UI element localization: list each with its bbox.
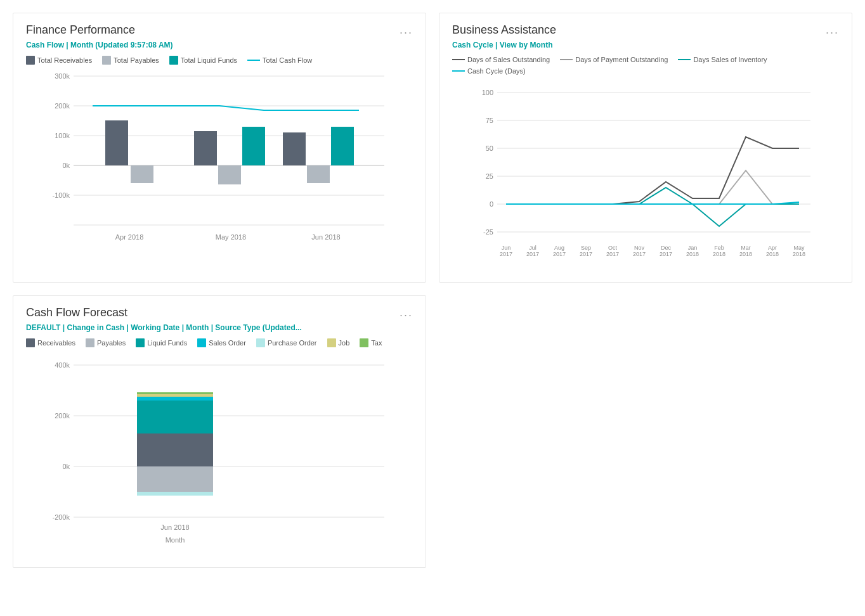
legend-cc: Cash Cycle (Days) bbox=[452, 67, 526, 75]
svg-text:Jun 2018: Jun 2018 bbox=[311, 233, 340, 241]
business-panel-title: Business Assistance bbox=[452, 23, 556, 37]
legend-label-dsi: Days Sales of Inventory bbox=[693, 56, 767, 63]
legend-box-f-liq bbox=[136, 338, 145, 347]
finance-panel-menu[interactable]: ... bbox=[400, 23, 413, 37]
business-panel-header: Business Assistance ... bbox=[452, 23, 839, 37]
business-chart-svg: 100 75 50 25 0 -25 Jun 2017 Jul 2017 Aug… bbox=[452, 80, 839, 270]
legend-line-cc bbox=[452, 70, 465, 72]
legend-dsi: Days Sales of Inventory bbox=[678, 56, 767, 63]
stack-receivables bbox=[137, 433, 213, 466]
legend-label-f-liq: Liquid Funds bbox=[147, 339, 187, 347]
svg-text:50: 50 bbox=[486, 144, 493, 152]
forecast-panel-header: Cash Flow Forecast ... bbox=[26, 306, 413, 319]
legend-label-f-tax: Tax bbox=[371, 339, 382, 347]
legend-label-receivables: Total Receivables bbox=[37, 56, 92, 64]
svg-text:2018: 2018 bbox=[793, 251, 805, 257]
legend-label-cc: Cash Cycle (Days) bbox=[467, 67, 526, 75]
finance-legend: Total Receivables Total Payables Total L… bbox=[26, 56, 413, 65]
legend-box-f-tax bbox=[360, 338, 368, 347]
forecast-panel-menu[interactable]: ... bbox=[400, 306, 413, 319]
cashflow-line bbox=[93, 106, 359, 110]
svg-text:Oct: Oct bbox=[608, 245, 618, 251]
legend-box-f-pay bbox=[86, 338, 94, 347]
forecast-panel: Cash Flow Forecast ... DEFAULT | Change … bbox=[13, 295, 426, 568]
legend-line-dsi bbox=[678, 59, 691, 60]
forecast-legend: Receivables Payables Liquid Funds Sales … bbox=[26, 338, 413, 347]
svg-text:2017: 2017 bbox=[580, 251, 592, 257]
svg-text:100: 100 bbox=[482, 89, 493, 96]
legend-label-f-pay: Payables bbox=[97, 339, 126, 347]
svg-text:Jan: Jan bbox=[688, 245, 698, 251]
finance-panel: Finance Performance ... Cash Flow | Mont… bbox=[13, 13, 426, 283]
legend-liquid: Total Liquid Funds bbox=[169, 56, 237, 65]
svg-text:300k: 300k bbox=[55, 72, 70, 80]
stack-tax bbox=[137, 392, 213, 394]
stack-job bbox=[137, 394, 213, 397]
legend-box-receivables bbox=[26, 56, 35, 65]
svg-text:Apr: Apr bbox=[768, 245, 777, 251]
svg-text:Dec: Dec bbox=[661, 245, 672, 251]
legend-label-dso: Days of Sales Outstanding bbox=[467, 56, 550, 63]
legend-payables: Total Payables bbox=[102, 56, 159, 65]
svg-text:Mar: Mar bbox=[741, 245, 751, 251]
legend-box-f-job bbox=[327, 338, 336, 347]
legend-label-f-recv: Receivables bbox=[37, 339, 75, 347]
svg-text:2018: 2018 bbox=[739, 251, 752, 257]
legend-f-po: Purchase Order bbox=[256, 338, 317, 347]
stack-liquid bbox=[137, 401, 213, 433]
legend-line-dpo bbox=[560, 59, 573, 60]
legend-label-cashflow: Total Cash Flow bbox=[263, 56, 312, 64]
svg-text:Nov: Nov bbox=[634, 245, 645, 251]
legend-line-cashflow bbox=[247, 60, 260, 61]
svg-text:2018: 2018 bbox=[766, 251, 779, 257]
legend-f-tax: Tax bbox=[360, 338, 382, 347]
business-panel: Business Assistance ... Cash Cycle | Vie… bbox=[439, 13, 852, 283]
dso-line bbox=[506, 137, 799, 204]
legend-label-dpo: Days of Payment Outstanding bbox=[575, 56, 668, 63]
forecast-panel-title: Cash Flow Forecast bbox=[26, 306, 127, 319]
svg-text:Aug: Aug bbox=[554, 245, 564, 251]
legend-box-f-so bbox=[197, 338, 206, 347]
legend-label-f-po: Purchase Order bbox=[268, 339, 317, 347]
finance-chart-svg: 300k 200k 100k 0k -100k bbox=[26, 70, 413, 253]
bar-jun-pay bbox=[307, 165, 330, 183]
svg-text:2017: 2017 bbox=[553, 251, 566, 257]
svg-text:400k: 400k bbox=[55, 361, 70, 369]
svg-text:Apr 2018: Apr 2018 bbox=[115, 233, 144, 241]
bar-may-pay bbox=[218, 165, 241, 184]
legend-f-pay: Payables bbox=[86, 338, 126, 347]
svg-text:Jun 2018: Jun 2018 bbox=[160, 523, 189, 531]
forecast-chart: 400k 200k 0k -200k bbox=[26, 352, 413, 557]
legend-box-liquid bbox=[169, 56, 178, 65]
legend-box-f-recv bbox=[26, 338, 35, 347]
svg-text:2017: 2017 bbox=[633, 251, 646, 257]
legend-dpo: Days of Payment Outstanding bbox=[560, 56, 668, 63]
cc-line bbox=[506, 202, 799, 204]
business-panel-menu[interactable]: ... bbox=[826, 23, 839, 37]
business-panel-subtitle: Cash Cycle | View by Month bbox=[452, 41, 839, 49]
svg-text:2018: 2018 bbox=[686, 251, 699, 257]
svg-text:0k: 0k bbox=[62, 162, 70, 169]
finance-chart: 300k 200k 100k 0k -100k bbox=[26, 70, 413, 255]
legend-cashflow: Total Cash Flow bbox=[247, 56, 312, 65]
business-legend: Days of Sales Outstanding Days of Paymen… bbox=[452, 56, 839, 75]
svg-text:0: 0 bbox=[490, 200, 493, 208]
dsi-line bbox=[506, 188, 799, 226]
legend-label-f-so: Sales Order bbox=[209, 339, 246, 347]
bar-may-liquid bbox=[242, 127, 265, 165]
svg-text:Feb: Feb bbox=[714, 245, 724, 251]
svg-text:2017: 2017 bbox=[526, 251, 539, 257]
svg-text:0k: 0k bbox=[62, 463, 70, 470]
dpo-line bbox=[506, 170, 799, 204]
svg-text:Jun: Jun bbox=[502, 245, 511, 251]
dashboard: Finance Performance ... Cash Flow | Mont… bbox=[13, 13, 852, 568]
finance-panel-header: Finance Performance ... bbox=[26, 23, 413, 37]
svg-text:2017: 2017 bbox=[660, 251, 672, 257]
legend-dso: Days of Sales Outstanding bbox=[452, 56, 550, 63]
svg-text:Sep: Sep bbox=[581, 245, 591, 251]
bar-jun-recv bbox=[283, 132, 306, 165]
legend-f-recv: Receivables bbox=[26, 338, 75, 347]
svg-text:200k: 200k bbox=[55, 412, 70, 420]
business-chart: 100 75 50 25 0 -25 Jun 2017 Jul 2017 Aug… bbox=[452, 80, 839, 272]
svg-text:May: May bbox=[793, 245, 805, 251]
